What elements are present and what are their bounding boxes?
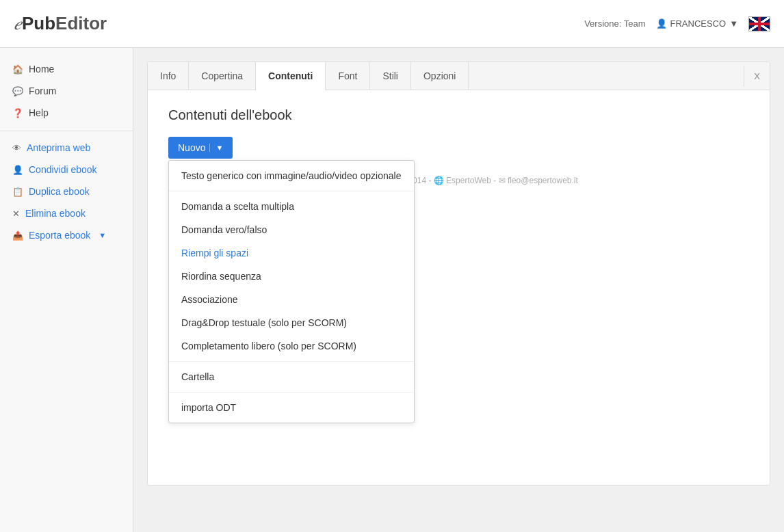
footer-espertoweb-link[interactable]: EspertoWeb: [446, 176, 491, 185]
sidebar-item-anteprima[interactable]: 👁 Anteprima web: [0, 137, 133, 159]
sidebar-item-elimina[interactable]: ✕ Elimina ebook: [0, 202, 133, 224]
dropdown-item-riordina-sequenza[interactable]: Riordina sequenza: [169, 265, 414, 288]
nuovo-dropdown-menu: Testo generico con immagine/audio/video …: [168, 160, 415, 423]
duplicate-icon: 📋: [12, 187, 23, 197]
app-logo: 𝑒PubEditor: [14, 13, 107, 34]
sidebar-item-condividi[interactable]: 👤 Condividi ebook: [0, 159, 133, 181]
app-header: 𝑒PubEditor Versione: Team 👤 FRANCESCO ▼: [0, 0, 784, 48]
sidebar-forum-label: Forum: [29, 85, 56, 96]
main-content: Info Copertina Contenuti Font Stili Opzi…: [133, 48, 784, 532]
tab-font[interactable]: Font: [326, 62, 370, 90]
tab-copertina[interactable]: Copertina: [189, 62, 256, 90]
tab-close-button[interactable]: X: [744, 66, 770, 87]
sidebar-top-section: 🏠 Home 💬 Forum ❓ Help: [0, 58, 133, 124]
user-name: FRANCESCO: [670, 18, 727, 29]
user-menu-button[interactable]: 👤 FRANCESCO ▼: [656, 18, 739, 29]
sidebar-anteprima-label: Anteprima web: [27, 142, 90, 153]
sidebar-divider: [0, 131, 133, 131]
sidebar-help-label: Help: [29, 107, 49, 118]
dropdown-item-cartella[interactable]: Cartella: [169, 365, 414, 388]
tab-contenuti[interactable]: Contenuti: [256, 62, 326, 90]
globe-icon: 🌐: [434, 176, 444, 185]
panel-title: Contenuti dell'ebook: [168, 107, 749, 123]
user-icon: 👤: [656, 18, 667, 29]
content-panel: Info Copertina Contenuti Font Stili Opzi…: [147, 62, 770, 486]
dropdown-item-domanda-multipla[interactable]: Domanda a scelta multipla: [169, 195, 414, 218]
language-flag[interactable]: [748, 16, 770, 31]
nuovo-caret-icon: ▼: [209, 144, 223, 152]
sidebar-item-home[interactable]: 🏠 Home: [0, 58, 133, 80]
footer-email-link[interactable]: fleo@espertoweb.it: [508, 176, 578, 185]
sidebar-elimina-label: Elimina ebook: [25, 208, 86, 219]
dropdown-item-associazione[interactable]: Associazione: [169, 288, 414, 311]
esporta-caret-icon: ▼: [99, 231, 106, 239]
sidebar-condividi-label: Condividi ebook: [29, 164, 97, 175]
logo-e: 𝑒: [14, 13, 22, 34]
delete-icon: ✕: [12, 209, 20, 219]
nuovo-button[interactable]: Nuovo ▼: [168, 137, 233, 159]
main-layout: 🏠 Home 💬 Forum ❓ Help 👁 Anteprima web 👤 …: [0, 48, 784, 532]
dropdown-section-3: Cartella: [169, 362, 414, 393]
nuovo-label: Nuovo: [178, 142, 205, 153]
header-right: Versione: Team 👤 FRANCESCO ▼: [584, 16, 770, 31]
sidebar-esporta-label: Esporta ebook: [29, 230, 90, 241]
nuovo-wrapper: Nuovo ▼ Testo generico con immagine/audi…: [168, 137, 233, 159]
export-icon: 📤: [12, 230, 23, 241]
tab-info[interactable]: Info: [148, 62, 189, 90]
email-icon: ✉: [499, 176, 506, 185]
tab-opzioni[interactable]: Opzioni: [411, 62, 469, 90]
dropdown-section-4: importa ODT: [169, 393, 414, 423]
sidebar: 🏠 Home 💬 Forum ❓ Help 👁 Anteprima web 👤 …: [0, 48, 133, 532]
version-label: Versione: Team: [584, 18, 645, 29]
sidebar-item-duplica[interactable]: 📋 Duplica ebook: [0, 181, 133, 202]
dropdown-item-testo-generico[interactable]: Testo generico con immagine/audio/video …: [169, 164, 414, 187]
dropdown-item-drag-drop[interactable]: Drag&Drop testuale (solo per SCORM): [169, 311, 414, 334]
sidebar-duplica-label: Duplica ebook: [29, 186, 90, 197]
sidebar-home-label: Home: [29, 64, 54, 75]
logo-pub: Pub: [22, 13, 55, 34]
sidebar-item-esporta[interactable]: 📤 Esporta ebook ▼: [0, 224, 133, 246]
forum-icon: 💬: [12, 86, 23, 96]
tab-stili[interactable]: Stili: [370, 62, 411, 90]
help-icon: ❓: [12, 108, 23, 118]
footer-separator: -: [493, 176, 498, 185]
home-icon: 🏠: [12, 64, 23, 75]
logo-editor: Editor: [55, 13, 107, 34]
dropdown-item-domanda-verofalso[interactable]: Domanda vero/falso: [169, 218, 414, 241]
dropdown-item-completamento[interactable]: Completamento libero (solo per SCORM): [169, 334, 414, 358]
dropdown-section-1: Testo generico con immagine/audio/video …: [169, 161, 414, 191]
dropdown-section-2: Domanda a scelta multipla Domanda vero/f…: [169, 191, 414, 362]
dropdown-item-riempi-spazi[interactable]: Riempi gli spazi: [169, 241, 414, 265]
sidebar-item-forum[interactable]: 💬 Forum: [0, 80, 133, 102]
sidebar-bottom-section: 👁 Anteprima web 👤 Condividi ebook 📋 Dupl…: [0, 137, 133, 246]
eye-icon: 👁: [12, 143, 21, 153]
share-icon: 👤: [12, 165, 23, 175]
dropdown-item-importa-odt[interactable]: importa ODT: [169, 396, 414, 419]
panel-body: Contenuti dell'ebook Nuovo ▼ Testo gener…: [148, 90, 770, 213]
user-dropdown-caret: ▼: [729, 18, 738, 29]
sidebar-item-help[interactable]: ❓ Help: [0, 102, 133, 124]
tabs-bar: Info Copertina Contenuti Font Stili Opzi…: [148, 62, 770, 90]
